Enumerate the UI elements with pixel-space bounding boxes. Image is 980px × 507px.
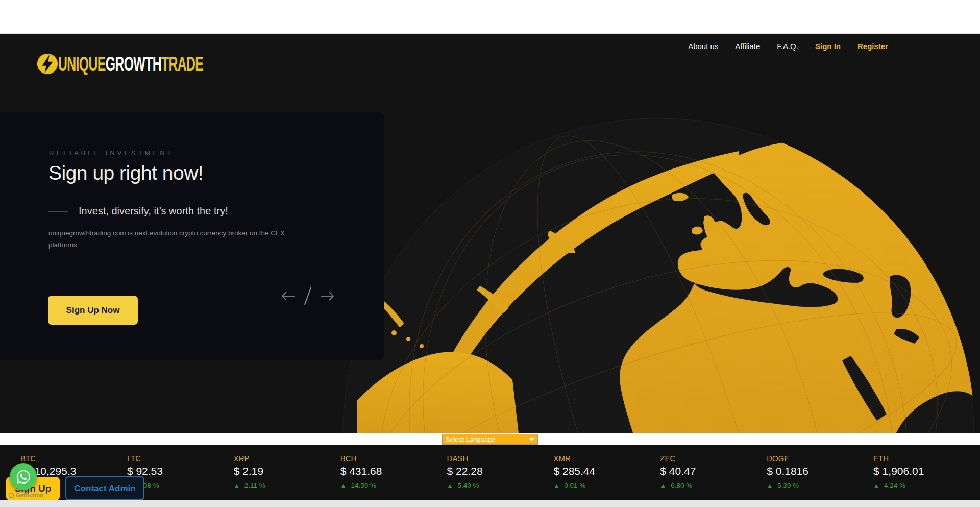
up-arrow-icon: ▲	[660, 482, 666, 489]
nav-sign-in[interactable]: Sign In	[815, 42, 841, 51]
top-white-bar	[0, 0, 980, 34]
coin-change: ▲ 5.40 %	[447, 481, 554, 489]
site-logo[interactable]: UNIQUEGROWTHTRADE	[36, 52, 292, 76]
coin-change: ▲ 2.11 %	[234, 481, 340, 489]
hero-slide-card: RELIABLE INVESTMENT Sign up right now! I…	[0, 112, 384, 360]
nav-about-us[interactable]: About us	[688, 42, 718, 51]
ticker-coin: ZEC $ 40.47 ▲ 6.80 %	[660, 445, 767, 500]
coin-price: $ 40.47	[660, 465, 767, 477]
language-select-wrap: Select Language	[442, 434, 538, 445]
coin-change: ▲ 5.39 %	[767, 481, 873, 489]
coin-change: ▲ 6.80 %	[660, 481, 767, 489]
coin-change-value: 0.01 %	[564, 481, 585, 489]
carousel-divider	[304, 287, 311, 305]
ticker-coin: DOGE $ 0.1816 ▲ 5.39 %	[767, 445, 873, 500]
coin-change: ▲ 0.01 %	[553, 481, 660, 489]
up-arrow-icon: ▲	[234, 482, 240, 489]
carousel-controls	[281, 287, 335, 305]
nav-register[interactable]: Register	[857, 42, 888, 51]
coin-price: $ 92.53	[127, 465, 234, 477]
hero-section: About us Affiliate F.A.Q. Sign In Regist…	[0, 34, 980, 433]
crypto-ticker: BTC $ 110,295.3 ▲ 1.08 % LTC $ 92.53 ▲ 1…	[0, 445, 980, 500]
language-select[interactable]: Select Language	[442, 434, 538, 445]
coin-symbol: XRP	[234, 454, 340, 463]
coin-symbol: XMR	[553, 454, 660, 463]
coin-change-value: 2.11 %	[244, 481, 265, 489]
ticker-coin: BCH $ 431.68 ▲ 14.59 %	[340, 445, 447, 500]
coin-price: $ 1,906.01	[873, 465, 980, 477]
nav-affiliate[interactable]: Affiliate	[735, 42, 760, 51]
up-arrow-icon: ▲	[447, 482, 453, 489]
globe-illustration	[337, 117, 980, 433]
contact-admin-button[interactable]: Contact Admin	[65, 476, 144, 500]
subtitle-dash	[48, 211, 68, 212]
coin-symbol: ZEC	[660, 454, 767, 463]
coin-symbol: DASH	[447, 454, 554, 463]
getbutton-label: GetButton	[16, 492, 43, 498]
carousel-next-icon[interactable]	[320, 291, 335, 302]
coin-symbol: BTC	[20, 454, 127, 463]
carousel-prev-icon[interactable]	[281, 291, 296, 302]
up-arrow-icon: ▲	[553, 482, 559, 489]
up-arrow-icon: ▲	[767, 482, 773, 489]
logo-wordmark: UNIQUEGROWTHTRADE	[58, 53, 203, 76]
sign-up-now-button[interactable]: Sign Up Now	[48, 296, 138, 325]
up-arrow-icon: ▲	[873, 482, 879, 489]
coin-change: ▲ 4.24 %	[873, 481, 980, 489]
coin-change-value: 5.40 %	[457, 481, 479, 489]
language-band: Select Language	[0, 433, 980, 445]
coin-price: $ 0.1816	[767, 465, 873, 477]
coin-symbol: ETH	[873, 454, 980, 463]
coin-change-value: 5.39 %	[777, 481, 799, 489]
logo-bolt-icon	[36, 52, 59, 76]
bottom-strip	[0, 500, 980, 507]
whatsapp-icon	[16, 469, 31, 485]
ticker-coin: XRP $ 2.19 ▲ 2.11 %	[234, 445, 340, 500]
ticker-coin: ETH $ 1,906.01 ▲ 4.24 %	[873, 445, 980, 500]
getbutton-icon	[8, 492, 14, 498]
nav-faq[interactable]: F.A.Q.	[777, 42, 798, 51]
coin-price: $ 2.19	[234, 465, 340, 477]
logo-part-unique: UNIQUE	[58, 53, 106, 75]
hero-subtitle: Invest, diversify, it’s worth the try!	[79, 205, 228, 217]
coin-symbol: DOGE	[767, 454, 873, 463]
coin-price: $ 285.44	[553, 465, 660, 477]
hero-title: Sign up right now!	[48, 162, 203, 184]
coin-symbol: BCH	[340, 454, 447, 463]
main-nav: About us Affiliate F.A.Q. Sign In Regist…	[688, 42, 888, 51]
coin-price: $ 22.28	[447, 465, 554, 477]
coin-price: $ 431.68	[340, 465, 447, 477]
getbutton-watermark[interactable]: GetButton	[8, 492, 43, 498]
coin-change-value: 14.59 %	[351, 481, 377, 489]
logo-part-trade: TRADE	[161, 53, 203, 75]
ticker-coin: DASH $ 22.28 ▲ 5.40 %	[447, 445, 554, 500]
hero-eyebrow: RELIABLE INVESTMENT	[49, 149, 174, 157]
coin-change-value: 6.80 %	[671, 481, 692, 489]
coin-change-value: 4.24 %	[884, 481, 905, 489]
logo-part-growth: GROWTH	[106, 53, 161, 75]
hero-subtitle-row: Invest, diversify, it’s worth the try!	[48, 205, 228, 217]
whatsapp-chat-button[interactable]	[10, 463, 37, 490]
up-arrow-icon: ▲	[340, 482, 347, 489]
coin-symbol: LTC	[127, 454, 234, 463]
hero-description: uniquegrowthtrading.com is next evolutio…	[48, 228, 297, 251]
page: About us Affiliate F.A.Q. Sign In Regist…	[0, 0, 980, 507]
coin-change: ▲ 14.59 %	[340, 481, 447, 489]
ticker-coin: XMR $ 285.44 ▲ 0.01 %	[553, 445, 660, 500]
